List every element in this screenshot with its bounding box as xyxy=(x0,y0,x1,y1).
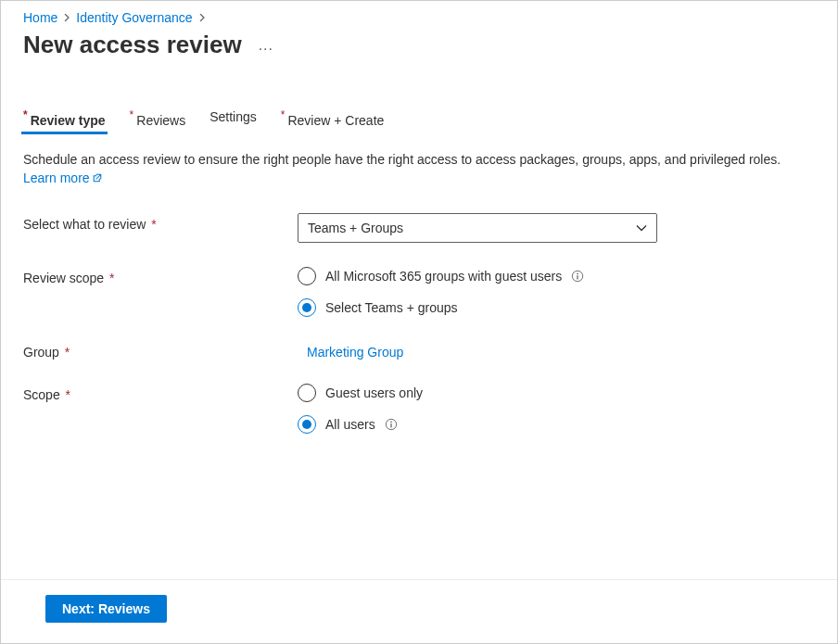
info-icon[interactable] xyxy=(385,418,398,431)
info-icon[interactable] xyxy=(571,270,584,283)
select-what-to-review-label: Select what to review * xyxy=(23,213,298,232)
tab-review-create[interactable]: *Review + Create xyxy=(281,109,385,133)
more-actions-button[interactable]: ··· xyxy=(259,42,273,57)
tab-review-type[interactable]: *Review type xyxy=(23,109,106,133)
scope-all-users-radio[interactable]: All users xyxy=(298,415,815,434)
tabs: *Review type *Reviews Settings *Review +… xyxy=(23,109,815,133)
chevron-down-icon xyxy=(636,222,647,234)
svg-point-4 xyxy=(390,421,392,423)
intro-text: Schedule an access review to ensure the … xyxy=(23,150,815,187)
page-title: New access review xyxy=(23,31,242,59)
footer-bar: Next: Reviews xyxy=(1,579,837,643)
svg-rect-2 xyxy=(578,275,578,279)
review-scope-label: Review scope * xyxy=(23,267,298,285)
group-label: Group * xyxy=(23,341,298,360)
breadcrumb-home[interactable]: Home xyxy=(23,10,57,25)
tab-settings[interactable]: Settings xyxy=(210,109,257,133)
learn-more-link[interactable]: Learn more xyxy=(23,169,103,187)
breadcrumb-identity-governance[interactable]: Identity Governance xyxy=(76,10,192,25)
select-what-to-review-dropdown[interactable]: Teams + Groups xyxy=(298,213,657,243)
selected-group-link[interactable]: Marketing Group xyxy=(307,341,403,360)
dropdown-value: Teams + Groups xyxy=(308,221,403,235)
chevron-right-icon xyxy=(63,12,70,23)
next-reviews-button[interactable]: Next: Reviews xyxy=(45,595,167,623)
svg-point-1 xyxy=(577,272,578,274)
review-scope-all-groups-radio[interactable]: All Microsoft 365 groups with guest user… xyxy=(298,267,815,285)
tab-reviews[interactable]: *Reviews xyxy=(130,109,186,133)
review-scope-select-teams-radio[interactable]: Select Teams + groups xyxy=(298,298,815,317)
breadcrumb: Home Identity Governance xyxy=(23,8,815,31)
scope-label: Scope * xyxy=(23,384,298,402)
svg-rect-5 xyxy=(390,423,391,427)
external-link-icon xyxy=(92,172,103,183)
scope-guest-users-radio[interactable]: Guest users only xyxy=(298,384,815,402)
chevron-right-icon xyxy=(198,12,206,23)
